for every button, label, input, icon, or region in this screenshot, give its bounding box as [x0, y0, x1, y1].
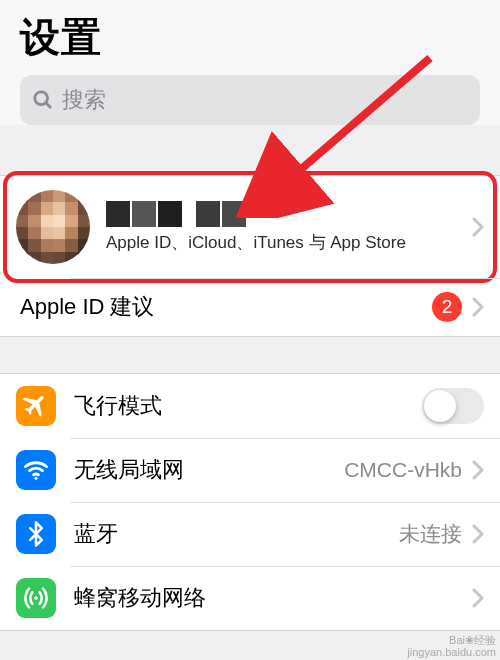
svg-point-3 — [34, 596, 38, 600]
cellular-row[interactable]: 蜂窝移动网络 — [0, 566, 500, 630]
cellular-icon — [16, 578, 56, 618]
connectivity-group: 飞行模式 无线局域网 CMCC-vHkb 蓝牙 未连接 蜂窝移动网络 — [0, 373, 500, 631]
profile-subtitle: Apple ID、iCloud、iTunes 与 App Store — [106, 231, 472, 254]
row-label: Apple ID 建议 — [20, 292, 432, 322]
settings-header: 设置 搜索 — [0, 0, 500, 125]
search-icon — [32, 89, 54, 111]
watermark: Bai❀经验 jingyan.baidu.com — [407, 634, 496, 658]
avatar — [16, 190, 90, 264]
chevron-right-icon — [472, 297, 484, 317]
row-label: 飞行模式 — [74, 391, 422, 421]
row-label: 无线局域网 — [74, 455, 344, 485]
apple-id-suggestions-row[interactable]: Apple ID 建议 2 — [0, 278, 500, 336]
page-title: 设置 — [20, 10, 480, 65]
airplane-mode-row[interactable]: 飞行模式 — [0, 374, 500, 438]
row-value: CMCC-vHkb — [344, 458, 462, 482]
search-field[interactable]: 搜索 — [20, 75, 480, 125]
airplane-toggle[interactable] — [422, 388, 484, 424]
row-label: 蜂窝移动网络 — [74, 583, 472, 613]
bluetooth-row[interactable]: 蓝牙 未连接 — [0, 502, 500, 566]
wifi-row[interactable]: 无线局域网 CMCC-vHkb — [0, 438, 500, 502]
chevron-right-icon — [472, 460, 484, 480]
wifi-icon — [16, 450, 56, 490]
svg-line-1 — [46, 103, 51, 108]
search-placeholder: 搜索 — [62, 85, 106, 115]
apple-id-row[interactable]: Apple ID、iCloud、iTunes 与 App Store — [0, 176, 500, 278]
bluetooth-icon — [16, 514, 56, 554]
row-label: 蓝牙 — [74, 519, 399, 549]
chevron-right-icon — [472, 217, 484, 237]
svg-point-2 — [34, 477, 37, 480]
chevron-right-icon — [472, 524, 484, 544]
notification-badge: 2 — [432, 292, 462, 322]
profile-group: Apple ID、iCloud、iTunes 与 App Store Apple… — [0, 175, 500, 337]
airplane-icon — [16, 386, 56, 426]
profile-name-redacted — [106, 201, 246, 227]
chevron-right-icon — [472, 588, 484, 608]
row-value: 未连接 — [399, 520, 462, 548]
